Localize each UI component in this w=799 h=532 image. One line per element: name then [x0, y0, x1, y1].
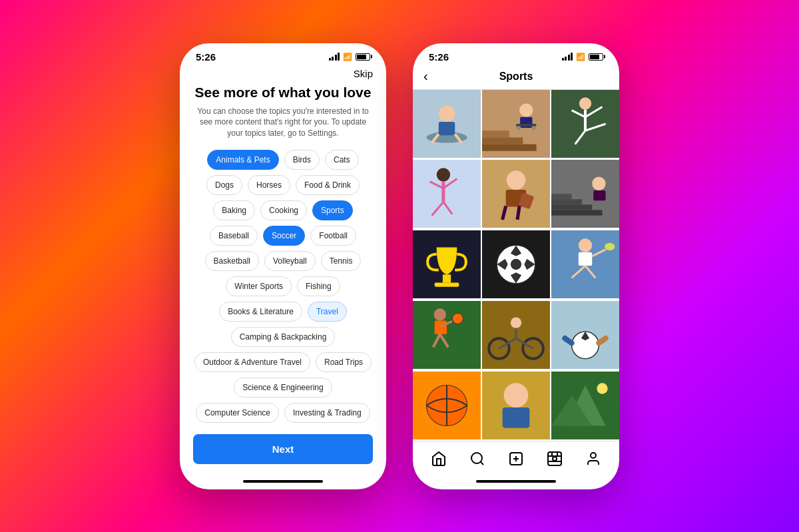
- svg-rect-39: [551, 210, 603, 216]
- tag-food---drink[interactable]: Food & Drink: [296, 175, 360, 195]
- tag-cats[interactable]: Cats: [325, 150, 359, 170]
- svg-rect-37: [551, 199, 582, 204]
- status-icons-2: 📶: [562, 53, 604, 61]
- nav-home-icon[interactable]: [428, 448, 449, 473]
- tag-road-trips[interactable]: Road Trips: [316, 352, 372, 372]
- battery-icon: [356, 53, 370, 61]
- photo-grid: [413, 90, 619, 441]
- svg-rect-38: [551, 205, 592, 210]
- tag-cooking[interactable]: Cooking: [260, 200, 307, 220]
- photo-cell[interactable]: [482, 160, 550, 228]
- svg-point-51: [511, 259, 521, 270]
- photo-cell[interactable]: [551, 160, 619, 228]
- photo-cell[interactable]: [413, 230, 481, 298]
- status-icons-1: 📶: [329, 53, 371, 61]
- tag-dogs[interactable]: Dogs: [206, 175, 242, 195]
- home-indicator-2: [476, 480, 556, 483]
- tag-football[interactable]: Football: [310, 226, 356, 246]
- svg-rect-83: [503, 407, 530, 428]
- svg-point-60: [434, 308, 446, 320]
- nav-add-icon[interactable]: [505, 448, 527, 473]
- svg-rect-41: [593, 190, 605, 200]
- status-bar-2: 5:26 📶: [413, 43, 619, 65]
- phone-1: 5:26 📶 Skip See more of what you love: [180, 43, 386, 489]
- svg-rect-43: [443, 274, 451, 282]
- tag-travel[interactable]: Travel: [308, 302, 347, 322]
- next-button[interactable]: Next: [193, 434, 373, 464]
- photo-cell[interactable]: [413, 160, 481, 228]
- svg-point-72: [511, 317, 521, 328]
- svg-point-30: [507, 171, 526, 190]
- svg-point-87: [597, 383, 607, 394]
- nav-search-icon[interactable]: [467, 448, 488, 473]
- phone1-main: See more of what you love You can choose…: [180, 79, 386, 427]
- photo-cell[interactable]: [482, 301, 550, 369]
- tags-area: Animals & PetsBirdsCatsDogsHorsesFood & …: [193, 150, 373, 427]
- photo-cell[interactable]: [482, 372, 550, 439]
- photo-cell[interactable]: [551, 372, 619, 439]
- status-time-2: 5:26: [429, 51, 449, 63]
- svg-point-10: [519, 103, 533, 117]
- tag-investing---trading[interactable]: Investing & Trading: [284, 403, 370, 423]
- status-bar-1: 5:26 📶: [180, 43, 386, 65]
- svg-point-65: [452, 313, 463, 324]
- svg-rect-59: [413, 301, 481, 369]
- wifi-icon: 📶: [343, 53, 352, 61]
- svg-rect-7: [482, 131, 509, 137]
- phones-container: 5:26 📶 Skip See more of what you love: [180, 43, 619, 489]
- svg-point-2: [439, 105, 455, 121]
- tag-horses[interactable]: Horses: [248, 175, 290, 195]
- svg-point-53: [579, 238, 592, 252]
- photo-cell[interactable]: [413, 90, 481, 158]
- status-time-1: 5:26: [196, 51, 216, 63]
- svg-point-94: [553, 457, 557, 461]
- svg-rect-36: [551, 194, 572, 199]
- svg-rect-9: [482, 144, 537, 150]
- svg-rect-54: [579, 252, 592, 266]
- photo-cell[interactable]: [551, 90, 619, 158]
- photo-cell[interactable]: [413, 372, 481, 439]
- main-subtitle: You can choose the topics you're interes…: [193, 106, 373, 139]
- skip-button[interactable]: Skip: [354, 68, 373, 79]
- phone2-page-title: Sports: [499, 71, 533, 83]
- signal-icon-2: [562, 53, 573, 61]
- svg-point-88: [471, 453, 482, 463]
- tag-volleyball[interactable]: Volleyball: [264, 251, 316, 271]
- tag-tennis[interactable]: Tennis: [321, 251, 362, 271]
- svg-line-89: [481, 461, 483, 464]
- battery-icon-2: [589, 53, 603, 61]
- main-title: See more of what you love: [193, 85, 373, 101]
- svg-point-16: [579, 97, 591, 109]
- tag-soccer[interactable]: Soccer: [263, 226, 305, 246]
- tag-science---engineering[interactable]: Science & Engineering: [234, 378, 332, 398]
- svg-point-58: [605, 242, 615, 250]
- photo-cell[interactable]: [551, 301, 619, 369]
- photo-cell[interactable]: [482, 90, 550, 158]
- tag-birds[interactable]: Birds: [284, 150, 320, 170]
- tag-fishing[interactable]: Fishing: [297, 276, 340, 296]
- tag-computer-science[interactable]: Computer Science: [196, 403, 279, 423]
- svg-rect-93: [548, 452, 561, 465]
- svg-point-40: [592, 177, 605, 190]
- nav-reels-icon[interactable]: [544, 448, 565, 473]
- phone2-header: ‹ Sports: [413, 65, 619, 90]
- svg-point-23: [437, 168, 450, 182]
- tag-outdoor---adventure-travel[interactable]: Outdoor & Adventure Travel: [194, 352, 310, 372]
- nav-profile-icon[interactable]: [583, 448, 604, 473]
- photo-cell[interactable]: [482, 230, 550, 298]
- svg-rect-8: [482, 137, 523, 144]
- tag-animals---pets[interactable]: Animals & Pets: [207, 150, 278, 170]
- svg-point-82: [504, 383, 529, 407]
- tag-basketball[interactable]: Basketball: [205, 251, 259, 271]
- tag-baking[interactable]: Baking: [213, 200, 255, 220]
- svg-line-34: [517, 206, 519, 220]
- back-button[interactable]: ‹: [423, 69, 428, 84]
- tag-camping---backpacking[interactable]: Camping & Backpacking: [231, 327, 336, 347]
- home-indicator-1: [243, 480, 323, 483]
- photo-cell[interactable]: [551, 230, 619, 298]
- tag-winter-sports[interactable]: Winter Sports: [226, 276, 292, 296]
- tag-books---literature[interactable]: Books & Literature: [219, 302, 302, 322]
- photo-cell[interactable]: [413, 301, 481, 369]
- tag-sports[interactable]: Sports: [312, 200, 353, 220]
- tag-baseball[interactable]: Baseball: [210, 226, 258, 246]
